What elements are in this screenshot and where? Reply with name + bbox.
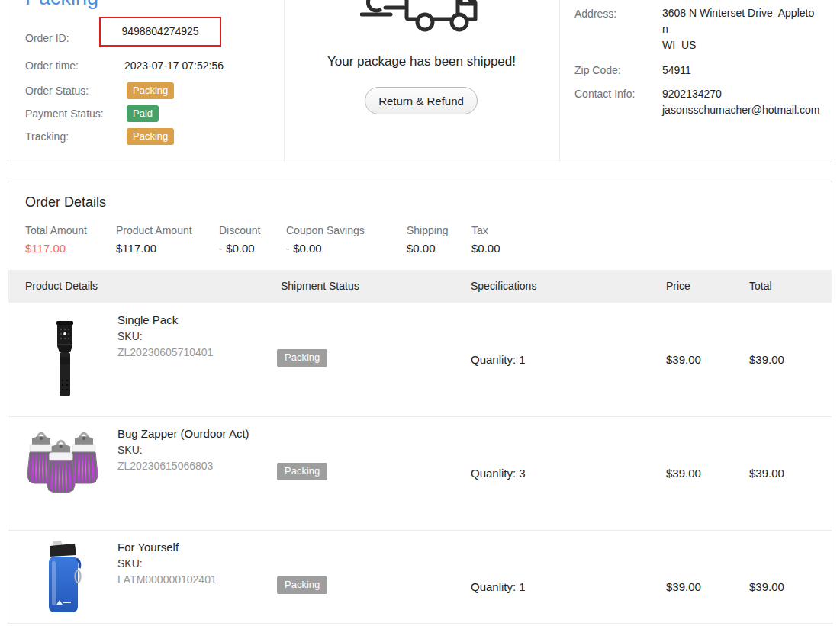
order-summary-card: Packing Order ID: 9498804274925 Order ti… bbox=[8, 0, 832, 162]
quantity-text: Quanlity: 1 bbox=[471, 580, 526, 593]
tracking-badge: Packing bbox=[127, 128, 174, 145]
table-row: For Yourself SKU: LATM000000102401 Packi… bbox=[8, 530, 832, 624]
return-refund-button[interactable]: Return & Refund bbox=[365, 87, 478, 114]
tracking-label: Tracking: bbox=[25, 130, 69, 143]
zip-code-value: 54911 bbox=[662, 64, 691, 76]
order-id-highlight-box: 9498804274925 bbox=[99, 17, 221, 47]
table-header: Product Details Shipment Status Specific… bbox=[8, 270, 832, 303]
payment-status-badge: Paid bbox=[127, 105, 159, 122]
summary-total-amount: Total Amount $117.00 bbox=[25, 224, 87, 255]
quantity-text: Quanlity: 3 bbox=[471, 467, 526, 480]
summary-product-amount: Product Amount $117.00 bbox=[116, 224, 192, 255]
contact-info-label: Contact Info: bbox=[574, 88, 635, 100]
quantity-text: Quanlity: 1 bbox=[471, 353, 526, 366]
summary-tax: Tax $0.00 bbox=[471, 224, 500, 255]
shipment-status-badge: Packing bbox=[277, 576, 327, 594]
page-title: Packing bbox=[25, 0, 98, 11]
header-shipment-status: Shipment Status bbox=[281, 270, 359, 303]
order-id-label: Order ID: bbox=[25, 32, 69, 44]
delivery-truck-icon bbox=[360, 0, 482, 42]
price-text: $39.00 bbox=[666, 580, 701, 593]
order-details-title: Order Details bbox=[25, 194, 106, 210]
total-text: $39.00 bbox=[749, 353, 784, 366]
header-product-details: Product Details bbox=[25, 270, 98, 303]
price-text: $39.00 bbox=[666, 467, 701, 480]
product-title: Bug Zapper (Ourdoor Act) bbox=[117, 425, 249, 442]
sku-value: LATM000000102401 bbox=[117, 572, 217, 588]
summary-discount: Discount - $0.00 bbox=[219, 224, 260, 255]
zip-code-label: Zip Code: bbox=[574, 64, 621, 76]
vertical-divider bbox=[284, 0, 285, 162]
payment-status-label: Payment Status: bbox=[25, 108, 104, 120]
header-specifications: Specifications bbox=[471, 270, 536, 303]
sku-value: ZL20230605710401 bbox=[117, 345, 213, 361]
contact-phone: 9202134270 bbox=[662, 88, 722, 100]
order-status-badge: Packing bbox=[127, 82, 174, 99]
order-id-value: 9498804274925 bbox=[121, 25, 198, 37]
sku-value: ZL20230615066803 bbox=[117, 458, 249, 474]
order-time-label: Order time: bbox=[25, 59, 79, 72]
table-row: Bug Zapper (Ourdoor Act) SKU: ZL20230615… bbox=[8, 416, 832, 531]
summary-shipping: Shipping $0.00 bbox=[407, 224, 449, 255]
product-title: Single Pack bbox=[117, 312, 213, 329]
total-text: $39.00 bbox=[749, 467, 784, 480]
table-row: Single Pack SKU: ZL20230605710401 Packin… bbox=[8, 303, 832, 417]
flashlight-product-image bbox=[56, 321, 74, 401]
header-price: Price bbox=[666, 270, 690, 303]
shipped-message: Your package has been shipped! bbox=[284, 54, 559, 69]
vertical-divider bbox=[559, 0, 560, 162]
total-text: $39.00 bbox=[749, 580, 784, 593]
summary-coupon-savings: Coupon Savings - $0.00 bbox=[286, 224, 365, 255]
sku-label: SKU: bbox=[117, 556, 217, 572]
address-line1: 3608 N Winterset Drive Appleton bbox=[662, 5, 819, 37]
shipment-status-badge: Packing bbox=[277, 349, 327, 367]
address-label: Address: bbox=[574, 8, 616, 20]
address-line2: WI US bbox=[662, 37, 819, 53]
contact-email: jasonsschumacher@hotmail.com bbox=[662, 104, 819, 116]
bug-zapper-product-image bbox=[27, 427, 98, 504]
sku-label: SKU: bbox=[117, 329, 213, 345]
sku-label: SKU: bbox=[117, 442, 249, 458]
header-total: Total bbox=[749, 270, 772, 303]
order-time-value: 2023-07-17 07:52:56 bbox=[124, 59, 224, 72]
price-text: $39.00 bbox=[666, 353, 701, 366]
product-title: For Yourself bbox=[117, 539, 217, 556]
shipment-status-badge: Packing bbox=[277, 463, 327, 480]
order-status-label: Order Status: bbox=[25, 85, 89, 97]
water-bottle-product-image bbox=[46, 541, 82, 617]
order-details-card: Order Details Total Amount $117.00 Produ… bbox=[8, 181, 832, 624]
order-page: Packing Order ID: 9498804274925 Order ti… bbox=[0, 0, 840, 626]
